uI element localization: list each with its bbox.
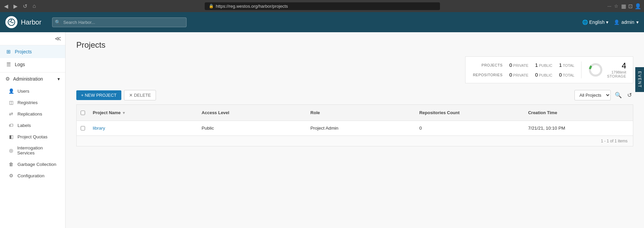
app-header: Harbor 🔍 🌐 English ▾ 👤 admin ▾	[0, 12, 644, 32]
projects-stat-label: PROJECTS	[472, 63, 502, 67]
sidebar-item-replications[interactable]: ⇄ Replications	[3, 108, 65, 120]
td-checkbox[interactable]	[77, 122, 89, 134]
bookmark-icon[interactable]: ☆	[614, 3, 618, 9]
refresh-button[interactable]: ↺	[22, 2, 29, 10]
sidebar-item-registries[interactable]: ◫ Registries	[3, 97, 65, 108]
sidebar-item-interrogation[interactable]: ◎ Interrogation Services	[3, 142, 65, 158]
td-role: Project Admin	[307, 122, 415, 134]
search-input[interactable]	[52, 17, 187, 27]
creation-time-value: 7/21/21, 10:10 PM	[528, 126, 565, 131]
sidebar-collapse-button[interactable]: ≪	[55, 35, 61, 42]
col-access-level: Access Level	[202, 110, 229, 115]
registries-icon: ◫	[8, 100, 14, 105]
sidebar-item-logs[interactable]: ☰ Logs	[0, 58, 65, 71]
administration-header[interactable]: ⚙ Administration ▾	[0, 73, 65, 85]
toolbar: + NEW PROJECT ✕ DELETE All Projects Publ…	[76, 90, 633, 100]
users-icon: 👤	[8, 88, 14, 94]
administration-icon: ⚙	[5, 76, 10, 82]
user-icon: 👤	[614, 19, 619, 25]
storage-label: STORAGE	[607, 74, 626, 78]
header-right: 🌐 English ▾ 👤 admin ▾	[582, 19, 639, 25]
sidebar-logs-label: Logs	[15, 62, 25, 67]
bookmarks-icon: ▦	[621, 3, 626, 9]
public-projects-stat: 1 PUBLIC	[535, 62, 552, 68]
sidebar-item-users[interactable]: 👤 Users	[3, 85, 65, 97]
replications-icon: ⇄	[8, 111, 14, 117]
sidebar-item-labels[interactable]: 🏷 Labels	[3, 120, 65, 131]
row-checkbox[interactable]	[81, 126, 85, 131]
registries-label: Registries	[17, 100, 38, 105]
interrogation-icon: ◎	[8, 148, 14, 153]
public-repos-label: PUBLIC	[539, 73, 552, 77]
project-name-link: library	[93, 126, 105, 131]
private-projects-label: PRIVATE	[513, 63, 528, 67]
configuration-icon: ⚙	[8, 173, 14, 178]
garbage-label: Garbage Collection	[17, 162, 56, 167]
browser-chrome: ◀ ▶ ↺ ⌂ 🔒 https://reg.westos.org/harbor/…	[0, 0, 644, 12]
event-tab-label: EVENT	[637, 71, 642, 88]
sidebar-item-projects[interactable]: ⊞ Projects	[0, 45, 65, 58]
labels-icon: 🏷	[8, 123, 14, 128]
private-repos-label: PRIVATE	[513, 73, 528, 77]
toolbar-left: + NEW PROJECT ✕ DELETE	[76, 90, 156, 100]
search-projects-icon: 🔍	[615, 92, 622, 98]
sidebar-item-configuration[interactable]: ⚙ Configuration	[3, 170, 65, 181]
td-project-name[interactable]: library	[89, 122, 198, 134]
refresh-projects-button[interactable]: ↺	[626, 90, 633, 100]
app-name: Harbor	[21, 18, 41, 26]
total-repos-label: TOTAL	[563, 73, 574, 77]
stats-divider	[581, 61, 581, 78]
quotas-icon: ◧	[8, 134, 14, 139]
project-filter-select[interactable]: All Projects Public Private	[574, 90, 611, 100]
more-btn[interactable]: ···	[607, 3, 611, 9]
th-creation-time: Creation Time	[524, 108, 633, 117]
filter-icon[interactable]: ▼	[122, 111, 126, 115]
th-checkbox	[77, 108, 89, 117]
home-button[interactable]: ⌂	[31, 2, 37, 10]
total-projects-stat: 1 TOTAL	[559, 62, 574, 68]
th-project-name: Project Name ▼	[89, 108, 198, 117]
total-projects-label: TOTAL	[563, 63, 574, 67]
user-chevron-icon: ▾	[636, 19, 639, 25]
storage-stat: 4 1798limit STORAGE	[588, 61, 626, 78]
total-repos-count: 0	[559, 72, 562, 78]
language-selector[interactable]: 🌐 English ▾	[582, 19, 608, 25]
back-button[interactable]: ◀	[3, 2, 9, 10]
role-value: Project Admin	[311, 126, 338, 131]
private-projects-stat: 0 PRIVATE	[509, 62, 528, 68]
event-tab[interactable]: EVENT	[635, 67, 644, 92]
select-all-checkbox[interactable]	[81, 110, 85, 115]
search-projects-button[interactable]: 🔍	[613, 90, 623, 100]
new-project-button[interactable]: + NEW PROJECT	[76, 90, 121, 100]
td-access-level: Public	[198, 122, 307, 134]
public-repos-stat: 0 PUBLIC	[535, 72, 552, 78]
refresh-icon: ↺	[627, 92, 632, 98]
app-logo: Harbor	[5, 16, 41, 28]
repos-stat-label: REPOSITORIES	[472, 73, 502, 77]
user-menu[interactable]: 👤 admin ▾	[614, 19, 639, 25]
logs-icon: ☰	[5, 61, 11, 67]
lang-chevron-icon: ▾	[606, 19, 608, 25]
public-projects-count: 1	[535, 62, 538, 68]
administration-children: 👤 Users ◫ Registries ⇄ Replications 🏷 La…	[0, 85, 65, 181]
toolbar-right: All Projects Public Private 🔍 ↺	[574, 90, 633, 100]
public-projects-label: PUBLIC	[539, 63, 552, 67]
language-label: English	[589, 19, 605, 25]
svg-point-1	[11, 19, 12, 21]
sidebar-item-project-quotas[interactable]: ◧ Project Quotas	[3, 131, 65, 142]
sidebar: ≪ ⊞ Projects ☰ Logs ⚙ Administration ▾ 👤…	[0, 32, 66, 228]
forward-button[interactable]: ▶	[12, 2, 19, 10]
search-icon: 🔍	[55, 19, 61, 25]
repositories-count-value: 0	[419, 126, 422, 131]
new-project-label: + NEW PROJECT	[81, 93, 117, 98]
quotas-label: Project Quotas	[17, 134, 47, 139]
lock-icon: 🔒	[209, 4, 214, 8]
logo-icon	[5, 16, 17, 28]
pagination-info: 1 - 1 of 1 items	[601, 139, 628, 143]
address-bar[interactable]: 🔒 https://reg.westos.org/harbor/projects	[205, 2, 440, 10]
app-body: ≪ ⊞ Projects ☰ Logs ⚙ Administration ▾ 👤…	[0, 32, 644, 228]
browser-actions: ··· ☆	[607, 3, 618, 9]
delete-button[interactable]: ✕ DELETE	[124, 90, 156, 100]
administration-label: Administration	[13, 76, 43, 82]
sidebar-item-garbage[interactable]: 🗑 Garbage Collection	[3, 158, 65, 170]
